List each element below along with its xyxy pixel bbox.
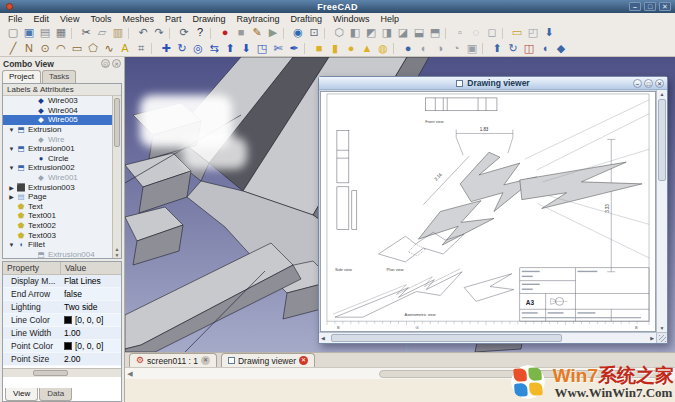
- part-torus-button[interactable]: ◍: [375, 42, 391, 56]
- redo-button[interactable]: ↷: [151, 26, 167, 40]
- scroll-thumb[interactable]: [114, 98, 120, 147]
- property-row[interactable]: Line Width1.00: [3, 327, 121, 340]
- scroll-right-icon[interactable]: ▶: [650, 333, 654, 343]
- maximize-button[interactable]: □: [644, 2, 656, 11]
- tree-item-extrusion002[interactable]: ▼⬒Extrusion002: [3, 163, 112, 173]
- tab-drawing-viewer[interactable]: Drawing viewer ✕: [221, 353, 315, 367]
- close-tab-icon[interactable]: ✕: [299, 356, 308, 365]
- draft-trimex-button[interactable]: ✄: [270, 42, 286, 56]
- tree-item-text003[interactable]: ⬟Text003: [3, 230, 112, 240]
- draft-offset-button[interactable]: ⇆: [206, 42, 222, 56]
- macro-play-button[interactable]: ▶: [265, 26, 281, 40]
- macro-edit-button[interactable]: ✎: [249, 26, 265, 40]
- menu-view[interactable]: View: [60, 14, 79, 24]
- new-file-button[interactable]: ▢: [5, 26, 21, 40]
- draft-downgrade-button[interactable]: ⬇: [238, 42, 254, 56]
- tab-view[interactable]: View: [5, 388, 38, 401]
- part-fillet-button[interactable]: ◖: [537, 42, 553, 56]
- tree-item-text[interactable]: ⬟Text: [3, 202, 112, 212]
- maximize-button[interactable]: □: [644, 79, 653, 88]
- menu-raytracing[interactable]: Raytracing: [236, 14, 279, 24]
- part-extrude-button[interactable]: ⬆: [489, 42, 505, 56]
- property-row[interactable]: Point Color[0, 0, 0]: [3, 340, 121, 353]
- tree-item-extrusion004[interactable]: ⬒Extrusion004: [3, 250, 112, 259]
- property-row[interactable]: End Arrowfalse: [3, 288, 121, 301]
- part-sphere-button[interactable]: ●: [343, 42, 359, 56]
- undo-button[interactable]: ↶: [135, 26, 151, 40]
- part-mirror-button[interactable]: ◫: [521, 42, 537, 56]
- tree-item-text001[interactable]: ⬟Text001: [3, 211, 112, 221]
- close-button[interactable]: ✕: [655, 79, 664, 88]
- save-file-button[interactable]: ▤: [37, 26, 53, 40]
- scroll-thumb[interactable]: [658, 99, 666, 181]
- property-row[interactable]: Point Size2.00: [3, 353, 121, 366]
- print-button[interactable]: ▦: [53, 26, 69, 40]
- tree-item-text002[interactable]: ⬟Text002: [3, 221, 112, 231]
- menu-part[interactable]: Part: [165, 14, 182, 24]
- tree-item-circle[interactable]: ●Circle: [3, 154, 112, 164]
- refresh-button[interactable]: ⟳: [176, 26, 192, 40]
- draft-rectangle-button[interactable]: ▭: [69, 42, 85, 56]
- view-front-button[interactable]: ◧: [347, 26, 363, 40]
- part-cut-button[interactable]: ◑: [432, 42, 448, 56]
- part-common-button[interactable]: ◐: [416, 42, 432, 56]
- part-chamfer-button[interactable]: ◆: [553, 42, 569, 56]
- shape-2d-view-button[interactable]: ◻: [484, 26, 500, 40]
- viewer-vertical-scrollbar[interactable]: ▲ ▼: [656, 90, 667, 332]
- tab-data[interactable]: Data: [39, 388, 72, 401]
- insert-view-button[interactable]: ◰: [525, 26, 541, 40]
- drawing-viewer-titlebar[interactable]: Drawing viewer –□✕: [319, 77, 667, 90]
- tree-item-extrusion003[interactable]: ▶⬛Extrusion003: [3, 182, 112, 192]
- menu-help[interactable]: Help: [381, 14, 400, 24]
- expander-open-icon[interactable]: ▼: [7, 242, 16, 248]
- draft-circle-button[interactable]: ⊙: [37, 42, 53, 56]
- menu-windows[interactable]: Windows: [333, 14, 370, 24]
- tree-item-fillet[interactable]: ▼◖Fillet: [3, 240, 112, 250]
- draft-dimension-button[interactable]: ⌗: [133, 42, 149, 56]
- draft-scale-button[interactable]: ◳: [254, 42, 270, 56]
- scroll-up-icon[interactable]: ▲: [657, 90, 667, 98]
- draft-text-button[interactable]: A: [117, 42, 133, 56]
- close-tab-icon[interactable]: ✕: [201, 356, 210, 365]
- expander-closed-icon[interactable]: ▶: [7, 193, 16, 200]
- part-cone-button[interactable]: ▲: [359, 42, 375, 56]
- scroll-arrows[interactable]: ▲▼: [113, 246, 121, 258]
- tree-item-wire005[interactable]: ◆Wire005: [3, 115, 112, 125]
- export-page-button[interactable]: ⬇: [541, 26, 557, 40]
- zoom-search-button[interactable]: ◉: [290, 26, 306, 40]
- tree-item-wire[interactable]: ◆Wire: [3, 134, 112, 144]
- tab-tasks[interactable]: Tasks: [42, 70, 76, 83]
- scroll-thumb[interactable]: [331, 334, 562, 342]
- close-button[interactable]: ✕: [659, 2, 671, 11]
- property-hscrollbar[interactable]: [3, 368, 121, 377]
- menu-drawing[interactable]: Drawing: [192, 14, 225, 24]
- property-row[interactable]: Line Color[0, 0, 0]: [3, 314, 121, 327]
- fit-all-button[interactable]: ⊡: [306, 26, 322, 40]
- menu-edit[interactable]: Edit: [34, 14, 50, 24]
- copy-button[interactable]: ▱: [94, 26, 110, 40]
- view-rear-button[interactable]: ◪: [395, 26, 411, 40]
- drawing-viewer-window[interactable]: Drawing viewer –□✕ Front view: [318, 76, 668, 344]
- part-revolve-button[interactable]: ↻: [505, 42, 521, 56]
- expander-open-icon[interactable]: ▼: [7, 146, 16, 152]
- open-file-button[interactable]: ▣: [21, 26, 37, 40]
- menu-drafting[interactable]: Drafting: [290, 14, 322, 24]
- draft-move-button[interactable]: ✚: [158, 42, 174, 56]
- draft-upgrade-button[interactable]: ⬆: [222, 42, 238, 56]
- panel-float-icon[interactable]: ◱: [101, 59, 110, 68]
- draft-edit-button[interactable]: ✒: [286, 42, 302, 56]
- draft-snap-button[interactable]: ◎: [190, 42, 206, 56]
- tab-document-3d[interactable]: ⚙ screen011 : 1 ✕: [129, 353, 217, 367]
- scroll-thumb[interactable]: [33, 370, 68, 376]
- property-row[interactable]: Display M...Flat Lines: [3, 275, 121, 288]
- draft-rotate-button[interactable]: ↻: [174, 42, 190, 56]
- property-row[interactable]: LightingTwo side: [3, 301, 121, 314]
- draft-wire-button[interactable]: N: [21, 42, 37, 56]
- new-a3-page-button[interactable]: ▭: [509, 26, 525, 40]
- viewer-horizontal-scrollbar[interactable]: ◀ ▶: [319, 332, 656, 343]
- view-top-button[interactable]: ◩: [363, 26, 379, 40]
- scroll-left-icon[interactable]: ◀: [125, 370, 135, 378]
- scroll-down-icon[interactable]: ▼: [657, 324, 667, 332]
- part-compound-button[interactable]: ▣: [464, 42, 480, 56]
- expander-open-icon[interactable]: ▼: [7, 165, 16, 171]
